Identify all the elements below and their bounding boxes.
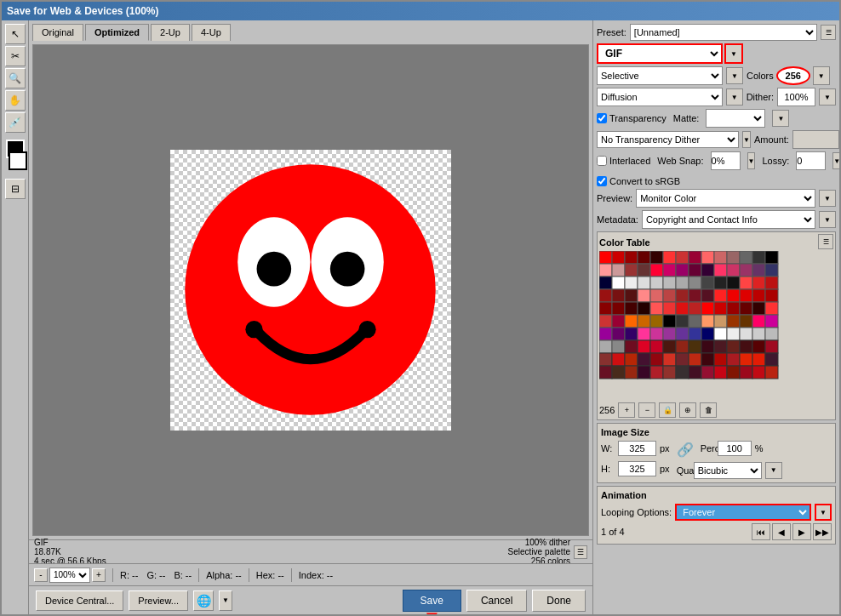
dither-dropdown[interactable]: ▼ — [819, 88, 836, 106]
window-title: Save for Web & Devices (100%) — [7, 5, 159, 17]
dither-method-dropdown[interactable]: ▼ — [726, 88, 743, 106]
ct-lock-btn[interactable]: 🔒 — [659, 402, 676, 418]
format-select[interactable]: GIF PNG-8 PNG-24 JPEG — [597, 43, 723, 64]
quality-dropdown[interactable]: ▼ — [765, 462, 782, 479]
percent-symbol: % — [755, 443, 764, 453]
height-input[interactable]: 325 — [618, 461, 656, 476]
metadata-dropdown[interactable]: ▼ — [819, 211, 836, 228]
file-info-left: GIF 18.87K 4 sec @ 56.6 Kbps — [34, 538, 106, 566]
looping-select[interactable]: Forever Once Custom... — [675, 504, 811, 521]
image-size-section: Image Size W: 325 px 🔗 Percent: 100 % — [597, 423, 836, 483]
status-items: R: -- G: -- B: -- — [120, 570, 192, 580]
hand-tool[interactable]: ✋ — [5, 90, 26, 111]
web-snap-dropdown[interactable]: ▼ — [747, 152, 756, 169]
preset-select[interactable]: [Unnamed] — [630, 24, 817, 41]
crop-tool[interactable]: ✂ — [5, 46, 26, 66]
convert-srgb-label[interactable]: Convert to sRGB — [597, 176, 680, 186]
colors-input[interactable]: 256 — [776, 66, 810, 85]
divider1 — [112, 568, 113, 582]
quality-select[interactable]: Bicubic Bilinear Nearest Neighbor — [694, 462, 762, 479]
interlaced-checkbox[interactable] — [597, 156, 607, 166]
ct-web-btn[interactable]: ⊕ — [679, 402, 696, 418]
web-snap-input[interactable]: 0% — [711, 151, 741, 170]
info-menu-btn[interactable]: ☰ — [574, 545, 587, 559]
anim-next-btn[interactable]: ▶▶ — [813, 523, 832, 540]
arrow-tool[interactable]: ↖ — [5, 24, 26, 44]
width-row: W: 325 px — [601, 441, 670, 456]
format-dropdown-btn[interactable]: ▼ — [724, 43, 743, 64]
format-selector-row: GIF PNG-8 PNG-24 JPEG ▼ — [597, 43, 836, 64]
background-color[interactable] — [9, 151, 27, 170]
colors-dropdown-btn[interactable]: ▼ — [813, 66, 830, 85]
colors-wrapper: Colors 256 ▼ — [747, 66, 830, 85]
dither-label: Dither: — [747, 92, 774, 102]
eyedropper-tool[interactable]: 💉 — [5, 112, 26, 133]
tab-2up[interactable]: 2-Up — [151, 24, 190, 41]
matte-select[interactable] — [706, 109, 765, 128]
interlaced-checkbox-label[interactable]: Interlaced — [597, 156, 650, 166]
image-size-inputs: W: 325 px 🔗 Percent: 100 % — [601, 441, 832, 459]
preview-arrow-button[interactable]: ▼ — [219, 590, 232, 611]
amount-input[interactable] — [792, 130, 839, 149]
color-table-bottom: 256 + − 🔒 ⊕ 🗑 — [599, 402, 833, 418]
width-unit: px — [660, 443, 670, 453]
metadata-label: Metadata: — [597, 214, 638, 225]
tab-optimized[interactable]: Optimized — [85, 24, 149, 41]
canvas-section: Original Optimized 2-Up 4-Up — [29, 20, 592, 614]
anim-first-btn[interactable]: ⏮ — [752, 523, 770, 540]
colors-label: Colors — [747, 71, 774, 81]
width-label: W: — [601, 443, 615, 453]
looping-dropdown-btn[interactable]: ▼ — [815, 504, 832, 521]
main-area: ↖ ✂ 🔍 ✋ 💉 ⊟ Original Optimized 2-Up 4-Up — [2, 20, 839, 614]
preset-menu-button[interactable]: ☰ — [821, 25, 836, 40]
width-input[interactable]: 325 — [618, 441, 656, 456]
preview-label: Preview... — [138, 596, 179, 606]
title-bar: Save for Web & Devices (100%) — [2, 2, 839, 20]
ct-delete-btn[interactable]: 🗑 — [700, 402, 717, 418]
globe-icon-button[interactable]: 🌐 — [193, 590, 214, 611]
preview-dropdown[interactable]: ▼ — [819, 190, 836, 207]
preset-row: Preset: [Unnamed] ☰ — [597, 24, 836, 41]
cancel-button[interactable]: Cancel — [466, 590, 527, 612]
interlaced-label: Interlaced — [609, 156, 650, 166]
metadata-select[interactable]: Copyright and Contact Info — [642, 210, 815, 229]
zoom-tool[interactable]: 🔍 — [5, 68, 26, 88]
preview-select[interactable]: Monitor Color — [636, 189, 815, 208]
convert-srgb-checkbox[interactable] — [597, 176, 607, 186]
zoom-in-btn[interactable]: + — [92, 568, 106, 582]
anim-prev-btn[interactable]: ◀ — [772, 523, 791, 540]
no-transp-dither-select[interactable]: No Transparency Dither Diffusion Transpa… — [597, 131, 739, 148]
color-reduction-select[interactable]: Selective Adaptive Perceptual — [597, 66, 723, 85]
lossy-dropdown[interactable]: ▼ — [832, 152, 839, 169]
tab-4up[interactable]: 4-Up — [192, 24, 231, 41]
quality-info: 100% dither — [508, 538, 570, 547]
preview-button[interactable]: Preview... — [129, 590, 188, 611]
quality-label: Quality: — [677, 465, 690, 476]
matte-dropdown[interactable]: ▼ — [772, 110, 789, 127]
alpha-value: Alpha: -- — [206, 570, 242, 580]
ct-add-btn[interactable]: + — [618, 402, 635, 418]
dither-method-select[interactable]: Diffusion Pattern Noise — [597, 88, 723, 106]
zoom-select[interactable]: 100% 50% 200% — [49, 568, 90, 583]
transparency-checkbox-label[interactable]: Transparency — [597, 113, 667, 123]
dither-row: Diffusion Pattern Noise ▼ Dither: ▼ — [597, 88, 836, 106]
tab-original[interactable]: Original — [32, 24, 83, 41]
percent-input[interactable]: 100 — [718, 441, 752, 456]
anim-play-btn[interactable]: ▶ — [792, 523, 811, 540]
color-reduction-dropdown[interactable]: ▼ — [726, 67, 743, 84]
dither-input[interactable] — [777, 88, 815, 106]
device-central-button[interactable]: Device Central... — [36, 590, 123, 611]
ct-remove-btn[interactable]: − — [638, 402, 655, 418]
divider4 — [291, 568, 292, 582]
animation-title: Animation — [601, 490, 832, 500]
zoom-out-btn[interactable]: - — [34, 568, 48, 582]
color-table-menu-btn[interactable]: ☰ — [818, 234, 833, 249]
convert-srgb-row: Convert to sRGB — [597, 176, 836, 186]
lossy-input[interactable]: 0 — [796, 151, 826, 170]
color-reduction-row: Selective Adaptive Perceptual ▼ Colors 2… — [597, 66, 836, 85]
anim-playback-controls: ⏮ ◀ ▶ ▶▶ — [752, 523, 832, 540]
transparency-checkbox[interactable] — [597, 113, 607, 123]
no-transp-dither-dropdown[interactable]: ▼ — [742, 131, 751, 148]
done-button[interactable]: Done — [532, 590, 586, 612]
toggle-view[interactable]: ⊟ — [5, 179, 26, 199]
